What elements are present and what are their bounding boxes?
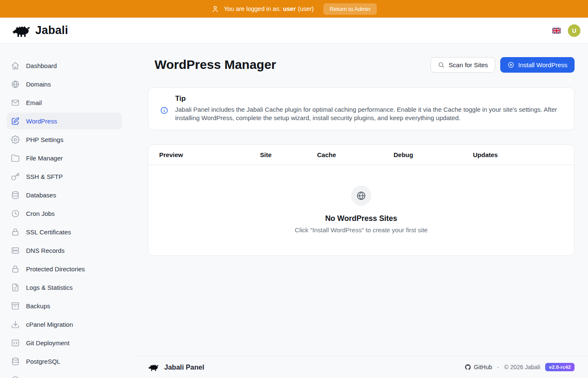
sidebar-item-label: Git Deployment [26, 339, 69, 346]
column-header-preview: Preview [159, 151, 260, 158]
wordpress-sites-table: PreviewSiteCacheDebugUpdates No WordPres… [148, 144, 575, 256]
install-button-label: Install WordPress [518, 61, 567, 68]
logged-in-text: You are logged in as: user (user) [224, 5, 314, 12]
code-icon [11, 339, 20, 347]
sidebar-item-label: Cron Jobs [26, 210, 55, 217]
brand-name: Jabali [35, 24, 68, 37]
info-icon [160, 106, 168, 122]
footer-brand: Jabali Panel [164, 363, 204, 371]
sidebar-item-ssh-sftp[interactable]: SSH & SFTP [7, 168, 122, 185]
sidebar-item-label: cPanel Migration [26, 321, 73, 328]
sidebar-item-cron-jobs[interactable]: Cron Jobs [7, 205, 122, 222]
version-badge: v2.0-rc42 [545, 363, 575, 371]
column-header-debug: Debug [394, 151, 473, 158]
table-header-row: PreviewSiteCacheDebugUpdates [148, 145, 574, 165]
mail-icon [11, 98, 20, 107]
boar-footer-icon [148, 363, 159, 371]
person-icon [211, 5, 219, 13]
sidebar-item-label: File Manager [26, 155, 63, 162]
footer: Jabali Panel GitHub · © 2026 Jabali v2.0… [134, 356, 588, 378]
sidebar-item-label: PostgreSQL [26, 358, 60, 365]
tip-callout: Tip Jabali Panel includes the Jabali Cac… [148, 87, 575, 130]
sidebar-item-clipped-item[interactable] [7, 371, 122, 378]
sidebar-item-email[interactable]: Email [7, 94, 122, 111]
github-icon [465, 364, 471, 370]
logged-in-role: (user) [298, 5, 314, 12]
sidebar-item-file-manager[interactable]: File Manager [7, 150, 122, 166]
key-icon [11, 172, 20, 181]
sidebar-item-git-deployment[interactable]: Git Deployment [7, 334, 122, 351]
footer-separator: · [497, 364, 499, 370]
sidebar-item-label: Domains [26, 81, 51, 88]
circle-icon [11, 375, 20, 378]
sidebar-item-logs-statistics[interactable]: Logs & Statistics [7, 279, 122, 296]
language-uk-flag-icon[interactable] [552, 28, 561, 34]
database-icon [11, 357, 20, 366]
sidebar-item-dashboard[interactable]: Dashboard [7, 57, 122, 74]
github-label: GitHub [474, 364, 492, 370]
install-wordpress-button[interactable]: Install WordPress [500, 57, 575, 73]
folder-icon [11, 154, 20, 163]
globe-icon [351, 186, 371, 206]
plus-circle-icon [507, 61, 514, 68]
impersonation-banner: You are logged in as: user (user) Return… [0, 0, 588, 18]
boar-logo-icon [12, 24, 31, 37]
edit-icon [11, 117, 20, 126]
copyright-text: © 2026 Jabali [504, 364, 540, 370]
sidebar-item-label: Dashboard [26, 62, 57, 69]
scan-button-label: Scan for Sites [449, 61, 488, 68]
sidebar-item-cpanel-migration[interactable]: cPanel Migration [7, 316, 122, 333]
sidebar-item-protected-directories[interactable]: Protected Directories [7, 260, 122, 277]
app-header: Jabali U [0, 18, 588, 44]
github-link[interactable]: GitHub [465, 364, 492, 370]
database-icon [11, 191, 20, 200]
logged-in-prefix: You are logged in as: [224, 5, 281, 12]
empty-state-title: No WordPress Sites [325, 214, 397, 223]
settings-icon [11, 135, 20, 144]
sidebar-nav: DashboardDomainsEmailWordPressPHP Settin… [0, 44, 134, 378]
sidebar-item-label: SSH & SFTP [26, 173, 63, 180]
tip-body: Jabali Panel includes the Jabali Cache p… [175, 105, 564, 122]
globe-icon [11, 80, 20, 89]
empty-state-subtitle: Click "Install WordPress" to create your… [295, 226, 428, 234]
brand-logo[interactable]: Jabali [12, 24, 68, 37]
return-to-admin-button[interactable]: Return to Admin [323, 3, 377, 15]
sidebar-item-label: SSL Certificates [26, 228, 71, 236]
user-avatar[interactable]: U [568, 24, 580, 37]
clock-icon [11, 209, 20, 218]
sidebar-item-dns-records[interactable]: DNS Records [7, 242, 122, 259]
sidebar-item-label: Protected Directories [26, 265, 85, 273]
column-header-updates: Updates [473, 151, 563, 158]
server-icon [11, 246, 20, 255]
sidebar-item-php-settings[interactable]: PHP Settings [7, 131, 122, 148]
sidebar-item-label: DNS Records [26, 247, 65, 254]
sidebar-item-label: WordPress [26, 118, 57, 125]
archive-icon [11, 302, 20, 310]
home-icon [11, 61, 20, 70]
sidebar-item-ssl-certificates[interactable]: SSL Certificates [7, 223, 122, 240]
main-content: WordPress Manager Scan for Sites Install… [134, 44, 588, 356]
sidebar-item-label: Databases [26, 192, 56, 199]
logged-in-username: user [283, 5, 296, 12]
sidebar-item-wordpress[interactable]: WordPress [7, 113, 122, 129]
sidebar-item-label: Logs & Statistics [26, 284, 73, 291]
sidebar-item-backups[interactable]: Backups [7, 297, 122, 314]
lock-icon [11, 265, 20, 273]
sidebar-item-label: PHP Settings [26, 136, 63, 143]
sidebar-item-label: Backups [26, 302, 50, 310]
scan-for-sites-button[interactable]: Scan for Sites [430, 57, 495, 73]
download-icon [11, 320, 20, 329]
empty-state: No WordPress Sites Click "Install WordPr… [148, 165, 574, 255]
column-header-cache: Cache [317, 151, 394, 158]
sidebar-item-label: Email [26, 99, 42, 106]
lock-icon [11, 228, 20, 236]
sidebar-item-postgresql[interactable]: PostgreSQL [7, 353, 122, 370]
sidebar-item-domains[interactable]: Domains [7, 76, 122, 92]
column-header-site: Site [260, 151, 317, 158]
page-title: WordPress Manager [155, 56, 276, 73]
tip-title: Tip [175, 94, 564, 103]
search-icon [438, 61, 445, 68]
file-text-icon [11, 283, 20, 292]
sidebar-item-databases[interactable]: Databases [7, 186, 122, 203]
